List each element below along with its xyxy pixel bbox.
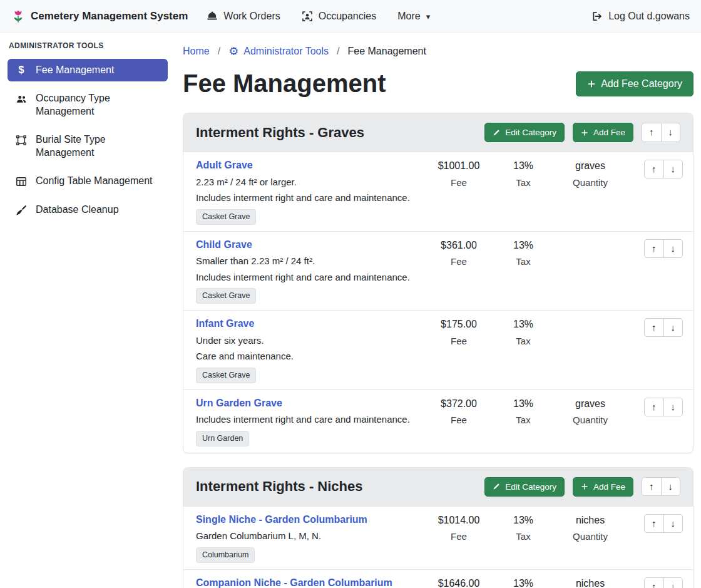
arrow-up-icon: ↑ [652,163,657,174]
sidebar-item-occupancy-type-management[interactable]: Occupancy Type Management [8,87,168,123]
fee-tax-column: 13% Tax [491,397,555,426]
sidebar-item-label: Fee Management [36,64,114,76]
move-fee-up-button[interactable]: ↑ [644,577,664,588]
edit-category-label: Edit Category [505,482,556,492]
fee-tax: 13% [491,398,555,411]
arrow-up-icon: ↑ [652,401,657,412]
fee-name-link[interactable]: Urn Garden Grave [196,398,282,408]
fee-name-link[interactable]: Adult Grave [196,160,253,170]
category-reorder-group: ↑ ↓ [642,123,680,142]
sidebar-item-label: Database Cleanup [36,204,119,216]
pencil-icon [493,129,500,137]
category-title: Interment Rights - Graves [196,125,364,141]
gear-icon: ⚙ [228,46,238,57]
category-title: Interment Rights - Niches [196,478,362,495]
fee-tax-label: Tax [491,531,555,542]
fee-reorder-group: ↑ ↓ [644,318,683,337]
move-category-down-button[interactable]: ↓ [661,123,681,142]
move-fee-down-button[interactable]: ↓ [663,239,683,258]
move-fee-up-button[interactable]: ↑ [644,160,664,178]
breadcrumb: Home / ⚙ Administrator Tools / Fee Manag… [183,46,693,57]
fee-quantity-column [555,317,625,318]
person-bounding-box-icon [302,11,313,22]
move-category-up-button[interactable]: ↑ [642,123,662,142]
fee-tax-label: Tax [491,256,555,267]
breadcrumb-admin-tools-link[interactable]: ⚙ Administrator Tools [228,46,329,57]
fee-category-card-graves: Interment Rights - Graves Edit Category … [183,113,693,453]
nav-more-label: More [397,11,420,22]
fee-tag-badge: Columbarium [196,547,255,563]
nav-occupancies[interactable]: Occupancies [302,11,377,22]
move-fee-up-button[interactable]: ↑ [644,318,664,337]
navbar-links: Work Orders Occupancies More ▾ [207,11,430,22]
fee-name-link[interactable]: Child Grave [196,239,252,250]
fee-name-link[interactable]: Companion Niche - Garden Columbarium [196,577,392,588]
people-icon [15,93,28,105]
tulip-logo-icon [11,9,25,23]
fee-tax: 13% [491,160,555,173]
move-fee-down-button[interactable]: ↓ [663,514,683,533]
sidebar-item-burial-site-type-management[interactable]: Burial Site Type Management [8,128,168,164]
move-fee-down-button[interactable]: ↓ [663,577,683,588]
table-icon [15,176,28,187]
plus-icon [581,129,588,137]
fee-quantity: niches [555,577,625,588]
breadcrumb-current: Fee Management [348,46,426,57]
fee-description: Smaller than 2.23 m² / 24 ft². [196,255,420,267]
top-navbar: Cemetery Management System Work Orders O… [0,0,701,33]
add-fee-button[interactable]: Add Fee [573,477,633,497]
fee-amount-label: Fee [426,177,491,188]
fee-description: Includes interment right and care and ma… [196,271,420,284]
fee-row: Adult Grave 2.23 m² / 24 ft² or larger. … [183,152,693,231]
edit-category-button[interactable]: Edit Category [484,123,565,142]
fee-quantity: graves [555,398,625,411]
move-fee-down-button[interactable]: ↓ [663,398,683,416]
fee-row: Urn Garden Grave Includes interment righ… [183,389,693,453]
fee-description: Garden Columbarium L, M, N. [196,530,420,542]
logout-label: Log Out d.gowans [608,11,690,22]
fee-category-card-niches: Interment Rights - Niches Edit Category … [183,467,693,588]
sidebar-item-label: Occupancy Type Management [36,92,160,118]
fee-tax-column: 13% Tax [491,159,555,188]
fee-reorder-group: ↑ ↓ [644,577,683,588]
fee-amount-label: Fee [426,531,491,542]
fee-description: 2.23 m² / 24 ft² or larger. [196,176,420,188]
fee-tax-column: 13% Tax [491,513,555,542]
add-fee-button[interactable]: Add Fee [573,123,633,142]
fee-name-link[interactable]: Single Niche - Garden Columbarium [196,514,367,525]
arrow-down-icon: ↓ [671,243,676,254]
nav-more[interactable]: More ▾ [397,11,430,22]
plus-icon [587,80,596,88]
breadcrumb-section-label: Administrator Tools [243,46,329,57]
move-fee-up-button[interactable]: ↑ [644,514,664,533]
fee-tax: 13% [491,239,555,252]
move-category-up-button[interactable]: ↑ [642,477,662,496]
add-fee-category-button[interactable]: Add Fee Category [576,71,693,96]
edit-category-button[interactable]: Edit Category [484,477,565,497]
sidebar-item-database-cleanup[interactable]: Database Cleanup [8,199,168,221]
fee-tag-badge: Casket Grave [196,288,256,304]
move-category-down-button[interactable]: ↓ [661,477,681,496]
breadcrumb-separator: / [337,46,339,57]
move-fee-down-button[interactable]: ↓ [663,318,683,337]
fee-amount-column: $372.00 Fee [426,397,491,426]
logout-button[interactable]: Log Out d.gowans [591,11,690,22]
move-fee-up-button[interactable]: ↑ [644,398,664,416]
fee-reorder-group: ↑ ↓ [644,239,683,258]
fee-tag-badge: Urn Garden [196,431,249,446]
fee-amount: $1014.00 [426,514,491,527]
fee-name-link[interactable]: Infant Grave [196,318,254,329]
fee-tax: 13% [491,514,555,527]
arrow-up-icon: ↑ [649,126,654,137]
arrow-up-icon: ↑ [652,322,657,333]
breadcrumb-home-link[interactable]: Home [183,46,210,57]
hard-hat-icon [207,11,218,22]
move-fee-up-button[interactable]: ↑ [644,239,664,258]
fee-quantity: niches [555,514,625,527]
move-fee-down-button[interactable]: ↓ [663,160,683,178]
nav-work-orders[interactable]: Work Orders [207,11,280,22]
sidebar-item-fee-management[interactable]: $ Fee Management [8,59,168,81]
app-brand[interactable]: Cemetery Management System [11,9,188,23]
fee-amount-column: $361.00 Fee [426,239,491,267]
sidebar-item-config-table-management[interactable]: Config Table Management [8,170,168,192]
